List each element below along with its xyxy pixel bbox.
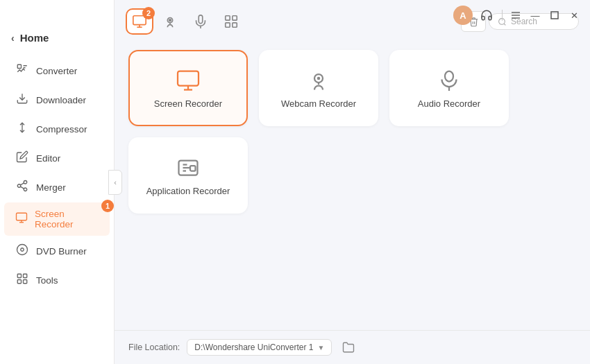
svg-rect-30 (226, 23, 230, 27)
svg-rect-29 (233, 16, 237, 20)
main-content: 2 (115, 0, 590, 364)
dropdown-icon: ▼ (318, 344, 325, 352)
svg-rect-45 (190, 166, 196, 171)
svg-line-11 (20, 187, 24, 189)
sidebar-item-compressor[interactable]: Compressor (4, 115, 110, 143)
sidebar-item-merger[interactable]: Merger (4, 173, 110, 201)
card-application-recorder[interactable]: Application Recorder (128, 137, 248, 214)
sidebar-collapse-button[interactable]: ‹ (108, 170, 122, 195)
svg-point-26 (169, 19, 171, 21)
tab-apps[interactable] (217, 8, 245, 35)
dvd-burner-icon (15, 243, 29, 259)
svg-rect-28 (226, 16, 230, 20)
svg-rect-3 (551, 12, 558, 19)
maximize-button[interactable] (547, 8, 562, 23)
minimize-button[interactable]: — (528, 8, 543, 23)
svg-rect-4 (17, 64, 21, 68)
svg-rect-19 (24, 274, 27, 277)
sidebar: ‹ Home Converter Downloader (0, 0, 115, 364)
cards-row-2: Application Recorder (128, 137, 576, 214)
svg-rect-13 (17, 213, 27, 220)
card-audio-recorder-label: Audio Recorder (418, 98, 480, 109)
sidebar-item-label: Converter (36, 66, 77, 76)
tab-screen[interactable]: 2 (126, 8, 153, 35)
sidebar-item-label: DVD Burner (36, 246, 87, 257)
sidebar-item-downloader[interactable]: Downloader (4, 86, 110, 114)
svg-rect-21 (24, 280, 27, 284)
svg-line-12 (20, 183, 24, 185)
sidebar-item-label: Downloader (36, 95, 86, 105)
svg-rect-31 (233, 23, 237, 27)
converter-icon (15, 63, 29, 78)
sidebar-item-converter[interactable]: Converter (4, 57, 110, 85)
close-button[interactable]: ✕ (566, 8, 582, 23)
svg-point-10 (24, 188, 27, 191)
file-path-text: D:\Wondershare UniConverter 1 (194, 343, 313, 352)
downloader-icon (15, 92, 29, 107)
headphone-icon[interactable] (477, 6, 496, 25)
titlebar: A — ✕ (445, 0, 590, 31)
svg-point-17 (21, 248, 24, 252)
sidebar-item-label: Tools (36, 275, 58, 286)
file-location-label: File Location: (128, 343, 180, 352)
footer: File Location: D:\Wondershare UniConvert… (115, 330, 590, 364)
divider (502, 10, 503, 21)
svg-point-16 (17, 245, 28, 255)
sidebar-home-label: Home (20, 32, 49, 44)
sidebar-item-screen-recorder[interactable]: Screen Recorder 1 (4, 202, 110, 236)
screen-recorder-icon (15, 211, 28, 227)
avatar[interactable]: A (453, 6, 473, 25)
sidebar-item-label: Screen Recorder (35, 209, 99, 229)
file-location-path[interactable]: D:\Wondershare UniConverter 1 ▼ (187, 339, 332, 356)
menu-button[interactable] (508, 8, 523, 23)
screen-recorder-badge: 1 (101, 200, 114, 212)
svg-point-8 (24, 181, 27, 184)
compressor-icon (15, 121, 29, 137)
svg-rect-20 (17, 280, 21, 284)
sidebar-item-label: Editor (36, 153, 60, 164)
card-application-recorder-label: Application Recorder (146, 186, 230, 196)
sidebar-item-editor[interactable]: Editor (4, 144, 110, 172)
cards-row-1: Screen Recorder Webcam Recorder Audio (128, 50, 576, 126)
sidebar-header: ‹ Home (0, 25, 114, 56)
svg-point-39 (445, 71, 453, 81)
sidebar-item-label: Merger (36, 182, 66, 193)
editor-icon (15, 150, 29, 166)
tools-icon (15, 272, 29, 288)
tab-audio[interactable] (187, 8, 214, 35)
svg-rect-18 (17, 274, 21, 277)
back-button[interactable]: ‹ (11, 33, 15, 44)
card-webcam-recorder-label: Webcam Recorder (281, 98, 356, 109)
card-webcam-recorder[interactable]: Webcam Recorder (259, 50, 378, 126)
svg-point-9 (17, 184, 21, 188)
sidebar-item-dvd-burner[interactable]: DVD Burner (4, 237, 110, 265)
card-screen-recorder-label: Screen Recorder (154, 98, 222, 109)
sidebar-item-label: Compressor (36, 124, 87, 135)
svg-point-38 (317, 76, 321, 80)
svg-rect-34 (178, 71, 199, 85)
card-audio-recorder[interactable]: Audio Recorder (389, 50, 509, 126)
tab-webcam[interactable] (156, 8, 184, 35)
cards-area: Screen Recorder Webcam Recorder Audio (115, 43, 590, 330)
card-screen-recorder[interactable]: Screen Recorder (128, 50, 248, 126)
merger-icon (15, 180, 29, 195)
open-folder-button[interactable] (339, 338, 358, 357)
tab-screen-badge: 2 (142, 7, 155, 19)
sidebar-item-tools[interactable]: Tools (4, 266, 110, 294)
